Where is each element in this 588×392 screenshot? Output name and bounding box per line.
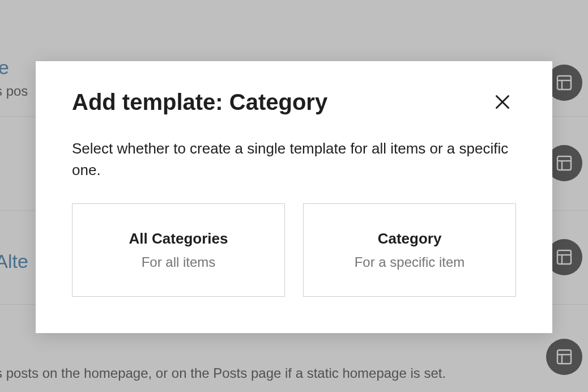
option-all-categories[interactable]: All Categories For all items xyxy=(72,203,285,297)
option-title: Category xyxy=(315,230,504,248)
close-button[interactable] xyxy=(489,88,516,116)
option-desc: For a specific item xyxy=(315,254,504,270)
close-icon xyxy=(492,92,513,112)
modal-header: Add template: Category xyxy=(72,88,516,116)
add-template-modal: Add template: Category Select whether to… xyxy=(36,61,552,333)
option-category[interactable]: Category For a specific item xyxy=(303,203,516,297)
template-options: All Categories For all items Category Fo… xyxy=(72,203,516,297)
option-desc: For all items xyxy=(84,254,273,270)
modal-description: Select whether to create a single templa… xyxy=(72,138,516,181)
modal-title: Add template: Category xyxy=(72,90,327,115)
option-title: All Categories xyxy=(84,230,273,248)
